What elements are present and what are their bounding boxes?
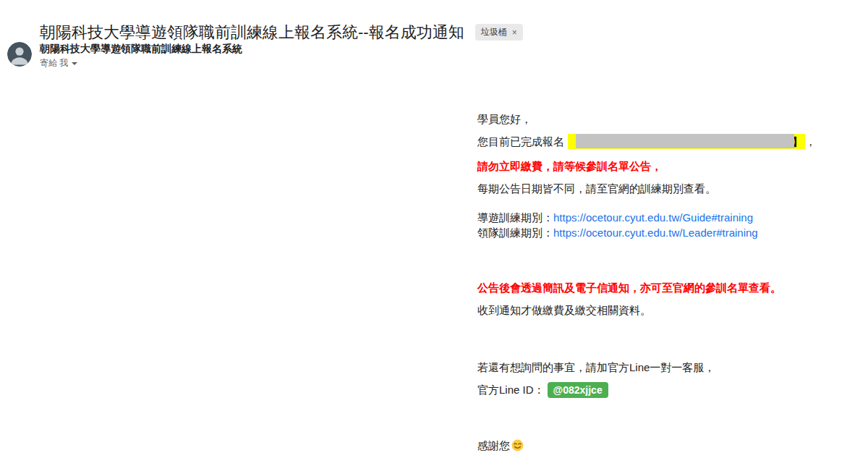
redacted-registration-info (576, 134, 794, 148)
guide-link-label: 導遊訓練期別： (477, 211, 553, 224)
warning-no-payment-text: 請勿立即繳費，請等候參訓名單公告， (477, 160, 662, 172)
warning-no-payment-line: 請勿立即繳費，請等候參訓名單公告， (477, 158, 662, 174)
email-view: 朝陽科技大學導遊領隊職前訓練線上報名系統--報名成功通知 垃圾桶 × 朝陽科技大… (0, 0, 868, 466)
registration-suffix: ， (805, 135, 816, 148)
leader-training-link[interactable]: https://ocetour.cyut.edu.tw/Leader#train… (553, 226, 758, 239)
announcement-note-text: 每期公告日期皆不同，請至官網的訓練期別查看。 (477, 182, 716, 195)
inquiry-note-text: 若還有想詢問的事宜，請加官方Line一對一客服， (477, 361, 715, 373)
training-links-block: 導遊訓練期別：https://ocetour.cyut.edu.tw/Guide… (477, 210, 758, 240)
greeting-text: 學員您好， (477, 113, 532, 125)
payment-note-line: 收到通知才做繳費及繳交相關資料。 (477, 302, 651, 318)
line-id-badge: @082xjjce (548, 382, 608, 398)
thanks-line: 感謝您 (477, 438, 524, 453)
registration-prefix: 您目前已完成報名 (477, 135, 564, 148)
warning-notify-line: 公告後會透過簡訊及電子信通知，亦可至官網的參訓名單查看。 (477, 280, 781, 295)
leader-link-label: 領隊訓練期別： (477, 226, 553, 239)
warning-notify-text: 公告後會透過簡訊及電子信通知，亦可至官網的參訓名單查看。 (477, 281, 781, 294)
registration-line: 您目前已完成報名【】， (477, 134, 816, 149)
email-body: 學員您好， 您目前已完成報名【】， 請勿立即繳費，請等候參訓名單公告， 每期公告… (0, 0, 868, 466)
announcement-note-line: 每期公告日期皆不同，請至官網的訓練期別查看。 (477, 181, 716, 196)
line-id-label: 官方Line ID： (477, 384, 545, 396)
greeting-line: 學員您好， (477, 111, 532, 127)
guide-training-link[interactable]: https://ocetour.cyut.edu.tw/Guide#traini… (553, 211, 753, 224)
registration-highlight: 【】 (568, 134, 805, 149)
smiling-face-emoji-icon (511, 439, 524, 452)
line-id-line: 官方Line ID：@082xjjce (477, 382, 608, 398)
inquiry-note-line: 若還有想詢問的事宜，請加官方Line一對一客服， (477, 360, 715, 375)
payment-note-text: 收到通知才做繳費及繳交相關資料。 (477, 304, 651, 316)
thanks-text: 感謝您 (477, 439, 510, 452)
